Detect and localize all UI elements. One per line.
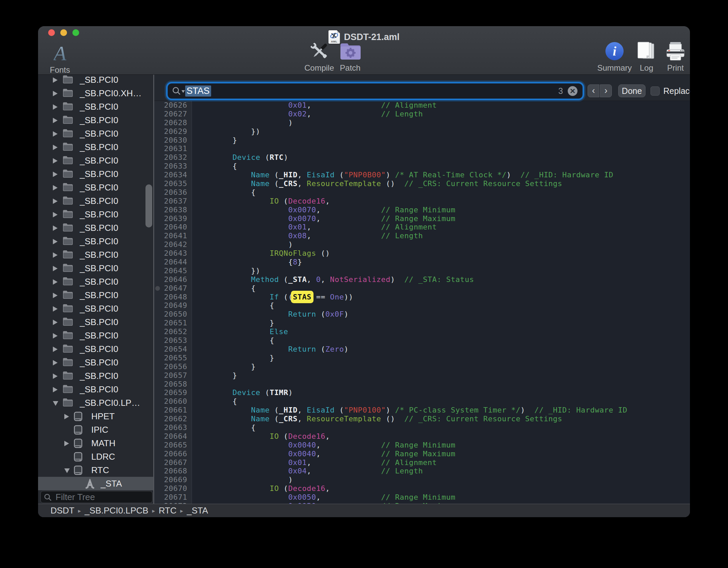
code-line-content: ) [192,240,293,249]
disclosure-triangle-collapsed-icon[interactable] [53,118,58,123]
tree-item--sb-pci0[interactable]: _SB.PCI0 [38,342,153,356]
breadcrumb-item[interactable]: DSDT [51,505,74,516]
breadcrumb-item[interactable]: _SB.PCI0.LPCB [85,505,148,516]
disclosure-triangle-expanded-icon[interactable] [53,401,58,406]
search-options-chevron-icon[interactable] [181,90,185,93]
tree-item--sb-pci0[interactable]: _SB.PCI0 [38,329,153,342]
disclosure-triangle-collapsed-icon[interactable] [53,77,58,83]
tree-item--sb-pci0[interactable]: _SB.PCI0 [38,167,153,181]
tree-item-rtc[interactable]: RTC [38,463,153,477]
disclosure-triangle-collapsed-icon[interactable] [53,172,58,177]
line-number: 20660 [154,397,192,406]
tree-item--sb-pci0[interactable]: _SB.PCI0 [38,127,153,140]
tree-item--sb-pci0[interactable]: _SB.PCI0 [38,302,153,315]
code-area[interactable]: 20626 0x01, // Alignment20627 0x02, // L… [154,101,690,504]
disclosure-triangle-collapsed-icon[interactable] [53,239,58,244]
line-number: 20626 [154,101,192,110]
code-line-content: 0x0040, // Range Minimum [192,441,456,450]
tree-item--sb-pci0[interactable]: _SB.PCI0 [38,113,153,127]
disclosure-triangle-collapsed-icon[interactable] [53,131,58,137]
disclosure-triangle-collapsed-icon[interactable] [53,252,58,258]
filter-tree-input[interactable]: Filter Tree [40,491,153,503]
close-button[interactable] [48,29,55,36]
disclosure-triangle-collapsed-icon[interactable] [53,158,58,164]
line-number: 20629 [154,127,192,136]
disclosure-triangle-collapsed-icon[interactable] [53,347,58,352]
disclosure-triangle-collapsed-icon[interactable] [53,104,58,110]
tree-item--sb-pci0[interactable]: _SB.PCI0 [38,194,153,208]
print-toolbar-button[interactable]: Print [659,40,690,73]
breadcrumb-item[interactable]: _STA [187,505,208,516]
code-line: 20631 [154,144,690,153]
tree-item--sb-pci0[interactable]: _SB.PCI0 [38,261,153,275]
status-bar: DSDT▸_SB.PCI0.LPCB▸RTC▸_STA [38,504,690,517]
tree-item--sb-pci0[interactable]: _SB.PCI0 [38,154,153,167]
tree-item--sb-pci0[interactable]: _SB.PCI0 [38,369,153,383]
tree-item-hpet[interactable]: HPET [38,410,153,423]
sidebar-scrollbar-thumb[interactable] [145,184,152,227]
disclosure-triangle-collapsed-icon[interactable] [53,320,58,325]
disclosure-triangle-collapsed-icon[interactable] [53,293,58,298]
tree-item--sb-pci0[interactable]: _SB.PCI0 [38,140,153,154]
line-number: 20645 [154,267,192,275]
tree-item--sb-pci0[interactable]: _SB.PCI0 [38,356,153,369]
tree-item--sb-pci0[interactable]: _SB.PCI0 [38,208,153,221]
patch-toolbar-button[interactable]: Patch [332,40,369,73]
disclosure-triangle-collapsed-icon[interactable] [53,91,58,96]
zoom-button[interactable] [72,29,79,36]
disclosure-triangle-collapsed-icon[interactable] [64,441,69,446]
tree-item--sb-pci0[interactable]: _SB.PCI0 [38,383,153,396]
find-bar: STAS 3 ✕ ‹ › Done Replace [154,75,690,101]
disclosure-triangle-collapsed-icon[interactable] [53,185,58,190]
disclosure-triangle-collapsed-icon[interactable] [53,266,58,271]
code-line-content: Else [192,327,288,336]
splitter-handle-dot[interactable] [155,286,160,291]
done-button[interactable]: Done [618,84,646,97]
find-next-button[interactable]: › [600,84,612,97]
tree-item-ipic[interactable]: IPIC [38,423,153,436]
fonts-toolbar-button[interactable]: A Fonts [41,42,78,75]
disclosure-triangle-collapsed-icon[interactable] [53,306,58,312]
tree-item--sb-pci0-lp-[interactable]: _SB.PCI0.LP… [38,396,153,410]
disclosure-triangle-collapsed-icon[interactable] [53,279,58,285]
tree-item-label: _STA [101,477,122,490]
disclosure-triangle-collapsed-icon[interactable] [53,333,58,339]
minimize-button[interactable] [60,29,67,36]
search-icon [172,86,181,95]
disclosure-triangle-collapsed-icon[interactable] [64,414,69,419]
disclosure-triangle-collapsed-icon[interactable] [53,145,58,150]
find-previous-button[interactable]: ‹ [588,84,599,97]
summary-toolbar-button[interactable]: i Summary [594,40,635,73]
code-line-content: } [192,362,256,371]
replace-checkbox[interactable] [651,86,660,96]
tree-item--sb-pci0[interactable]: _SB.PCI0 [38,221,153,235]
clear-search-button[interactable]: ✕ [568,86,577,96]
tree-item-math[interactable]: MATH [38,436,153,450]
tree-item-ldrc[interactable]: LDRC [38,450,153,463]
tree-item--sta[interactable]: _STA [38,477,153,490]
disclosure-triangle-collapsed-icon[interactable] [53,360,58,365]
disclosure-triangle-collapsed-icon[interactable] [53,374,58,379]
tree-item--sb-pci0[interactable]: _SB.PCI0 [38,181,153,194]
disclosure-triangle-collapsed-icon[interactable] [53,387,58,392]
print-label: Print [659,63,690,73]
log-toolbar-button[interactable]: Log [631,40,662,73]
disclosure-triangle-expanded-icon[interactable] [64,468,70,473]
tree-item--sb-pci0[interactable]: _SB.PCI0 [38,100,153,113]
tree-item--sb-pci0[interactable]: _SB.PCI0 [38,288,153,302]
tree-item--sb-pci0[interactable]: _SB.PCI0 [38,248,153,261]
disclosure-triangle-collapsed-icon[interactable] [53,212,58,217]
tree-item-label: _SB.PCI0 [80,154,118,167]
find-input[interactable]: STAS 3 ✕ [168,83,583,99]
tree-item--sb-pci0[interactable]: _SB.PCI0 [38,315,153,329]
tree-item-label: _SB.PCI0.XH… [80,86,142,100]
tree-item--sb-pci0[interactable]: _SB.PCI0 [38,275,153,288]
disclosure-triangle-collapsed-icon[interactable] [53,199,58,204]
breadcrumb-item[interactable]: RTC [159,505,176,516]
tree-item--sb-pci0[interactable]: _SB.PCI0 [38,75,153,86]
line-number: 20669 [154,475,192,484]
tree-item--sb-pci0-xh-[interactable]: _SB.PCI0.XH… [38,86,153,100]
disclosure-triangle-collapsed-icon[interactable] [53,225,58,231]
tree-item--sb-pci0[interactable]: _SB.PCI0 [38,235,153,248]
code-line: 20646 Method (_STA, 0, NotSerialized) //… [154,275,690,284]
